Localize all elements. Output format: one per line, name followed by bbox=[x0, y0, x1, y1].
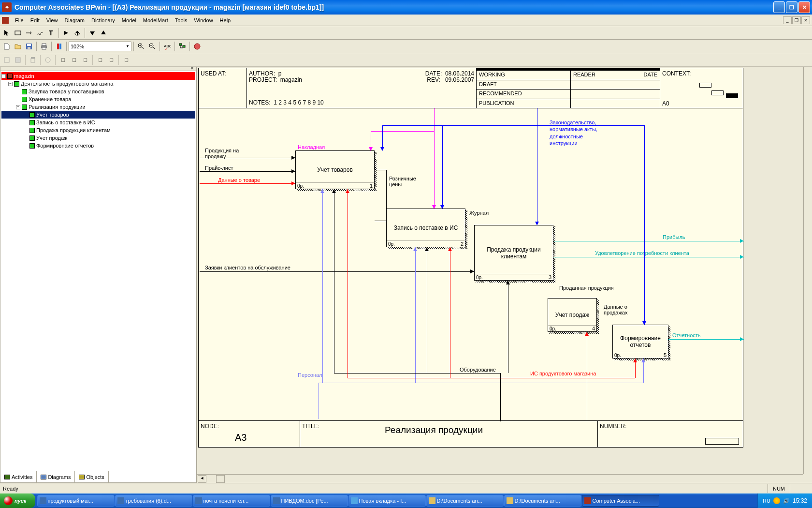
arrow-label[interactable]: Розничные цены bbox=[389, 176, 425, 187]
tree-node-selected[interactable]: Учет товаров bbox=[1, 111, 195, 119]
tab-objects[interactable]: Objects bbox=[75, 471, 108, 482]
taskbar-item[interactable]: Новая вкладка - I... bbox=[348, 495, 426, 507]
taskbar-item[interactable]: ПИВДОМ.doc [Ре... bbox=[271, 495, 348, 507]
mm-button-1[interactable] bbox=[1, 55, 12, 65]
horizontal-scrollbar[interactable]: ◄ bbox=[197, 474, 803, 483]
tree-node[interactable]: −Реализация продукции bbox=[1, 103, 195, 111]
arrow-label[interactable]: Данные о продажах bbox=[604, 304, 635, 315]
new-button[interactable] bbox=[1, 41, 12, 52]
mdi-minimize-button[interactable]: _ bbox=[783, 16, 792, 24]
arrow-label[interactable]: Персонал bbox=[298, 372, 322, 378]
tree-node[interactable]: Формировнаие отчетов bbox=[1, 142, 195, 149]
explorer-close-button[interactable]: ✕ bbox=[190, 67, 195, 71]
zoom-input[interactable] bbox=[71, 44, 126, 49]
help-button[interactable] bbox=[192, 41, 203, 52]
scroll-left-button[interactable]: ◄ bbox=[198, 475, 206, 483]
tray-icon[interactable] bbox=[773, 497, 780, 504]
menu-window[interactable]: Window bbox=[190, 16, 216, 24]
arrow-label[interactable]: Данные о товаре bbox=[218, 177, 260, 183]
mm-button-6[interactable]: ◻ bbox=[69, 55, 79, 65]
activity-box-5[interactable]: Формировнаие отчетов 0р.5 bbox=[612, 325, 668, 359]
goto-next-button[interactable] bbox=[98, 28, 109, 38]
squiggle-tool-button[interactable] bbox=[35, 28, 45, 38]
goto-child-button[interactable] bbox=[61, 28, 72, 38]
menu-model[interactable]: Model bbox=[118, 16, 140, 24]
tree-node-root[interactable]: −magazin bbox=[1, 72, 195, 80]
activity-box-2[interactable]: Запись о поставке в ИС 0р.2 bbox=[386, 209, 465, 247]
arrow-label[interactable]: Продукция на продажу bbox=[205, 148, 251, 159]
mm-button-9[interactable]: ◻ bbox=[106, 55, 116, 65]
scroll-thumb[interactable] bbox=[216, 475, 225, 483]
mdi-restore-button[interactable]: ❐ bbox=[792, 16, 801, 24]
arrow-label[interactable]: Удовлетворение потребности клиента bbox=[595, 250, 689, 256]
zoom-combobox[interactable]: ▼ bbox=[69, 42, 131, 51]
activity-box-3[interactable]: Продажа продукции клиентам 0р.3 bbox=[474, 225, 553, 281]
taskbar-item-active[interactable]: Computer Associa... bbox=[582, 495, 659, 507]
mm-button-10[interactable]: ◻ bbox=[121, 55, 131, 65]
arrow-label[interactable]: Отчетность bbox=[672, 332, 701, 338]
arrow-label[interactable]: Прибыль bbox=[663, 234, 685, 240]
zoom-out-button[interactable] bbox=[147, 41, 158, 52]
mm-button-4[interactable] bbox=[43, 55, 53, 65]
menu-modelmart[interactable]: ModelMart bbox=[140, 16, 172, 24]
tree-node[interactable]: Продажа продукции клиентам bbox=[1, 126, 195, 134]
menu-help[interactable]: Help bbox=[217, 16, 234, 24]
spell-check-button[interactable]: ABC bbox=[162, 41, 173, 52]
tree-node[interactable]: −Деятельность продуктового магазина bbox=[1, 80, 195, 88]
clock[interactable]: 15:32 bbox=[793, 497, 807, 504]
model-explorer-button[interactable] bbox=[177, 41, 188, 52]
goto-sibling-button[interactable] bbox=[72, 28, 83, 38]
minimize-button[interactable]: _ bbox=[773, 1, 785, 13]
tree-node[interactable]: Учет продаж bbox=[1, 134, 195, 142]
arrow-label[interactable]: Журнал bbox=[469, 210, 489, 216]
menu-edit[interactable]: Edit bbox=[27, 16, 43, 24]
taskbar-item[interactable]: D:\Documents an... bbox=[504, 495, 581, 507]
activity-box-tool-button[interactable] bbox=[13, 28, 23, 38]
pointer-tool-button[interactable] bbox=[1, 28, 12, 38]
menu-file[interactable]: File bbox=[12, 16, 27, 24]
taskbar-item[interactable]: продуктовый маг... bbox=[37, 495, 115, 507]
report-button[interactable] bbox=[54, 41, 64, 52]
arrow-label[interactable]: Прайс-лист bbox=[205, 165, 233, 171]
mm-button-2[interactable] bbox=[13, 55, 23, 65]
menu-dictionary[interactable]: Dictionary bbox=[88, 16, 118, 24]
system-tray[interactable]: RU 🔊 15:32 bbox=[757, 493, 812, 508]
activity-tree[interactable]: −magazin −Деятельность продуктового мага… bbox=[0, 71, 196, 471]
activity-box-4[interactable]: Учет продаж 0р.4 bbox=[548, 298, 597, 332]
maximize-button[interactable]: ❐ bbox=[786, 1, 798, 13]
taskbar-item[interactable]: D:\Documents an... bbox=[426, 495, 504, 507]
tree-node[interactable]: Запись о поставке в ИС bbox=[1, 119, 195, 126]
arrow-label[interactable]: ИС продуктового магазина bbox=[530, 371, 596, 376]
taskbar-item[interactable]: требования (6).d... bbox=[115, 495, 192, 507]
vertical-scrollbar[interactable] bbox=[803, 67, 812, 474]
mm-button-8[interactable]: ◻ bbox=[95, 55, 105, 65]
language-indicator[interactable]: RU bbox=[763, 498, 770, 504]
tab-diagrams[interactable]: Diagrams bbox=[37, 471, 75, 482]
mm-button-3[interactable] bbox=[28, 55, 38, 65]
mdi-doc-icon[interactable] bbox=[2, 17, 9, 24]
arrow-tool-button[interactable] bbox=[24, 28, 34, 38]
taskbar-item[interactable]: почта пояснител... bbox=[193, 495, 270, 507]
volume-icon[interactable]: 🔊 bbox=[783, 498, 790, 504]
tab-activities[interactable]: Activities bbox=[0, 471, 37, 482]
text-tool-button[interactable]: T bbox=[46, 28, 57, 38]
menu-view[interactable]: View bbox=[43, 16, 61, 24]
open-button[interactable] bbox=[13, 41, 23, 52]
arrow-label[interactable]: Накладная bbox=[298, 144, 325, 150]
goto-parent-button[interactable] bbox=[87, 28, 98, 38]
close-button[interactable]: ✕ bbox=[798, 1, 810, 13]
menu-diagram[interactable]: Diagram bbox=[61, 16, 88, 24]
print-button[interactable] bbox=[39, 41, 49, 52]
arrow-label[interactable]: Проданная продукция bbox=[559, 285, 614, 291]
activity-box-1[interactable]: Учет товаров 0р.1 bbox=[295, 150, 375, 189]
save-button[interactable] bbox=[24, 41, 34, 52]
zoom-in-button[interactable] bbox=[136, 41, 146, 52]
start-button[interactable]: пуск bbox=[0, 493, 35, 508]
tree-node[interactable]: Хранение товара bbox=[1, 95, 195, 103]
mdi-close-button[interactable]: ✕ bbox=[801, 16, 810, 24]
mm-button-7[interactable]: ◻ bbox=[80, 55, 90, 65]
arrow-label[interactable]: Заявки клиентов на обслуживание bbox=[205, 265, 290, 270]
menu-tools[interactable]: Tools bbox=[172, 16, 191, 24]
tree-node[interactable]: Закупка товара у поставщиков bbox=[1, 88, 195, 95]
arrow-label[interactable]: Оборудование bbox=[460, 367, 496, 373]
